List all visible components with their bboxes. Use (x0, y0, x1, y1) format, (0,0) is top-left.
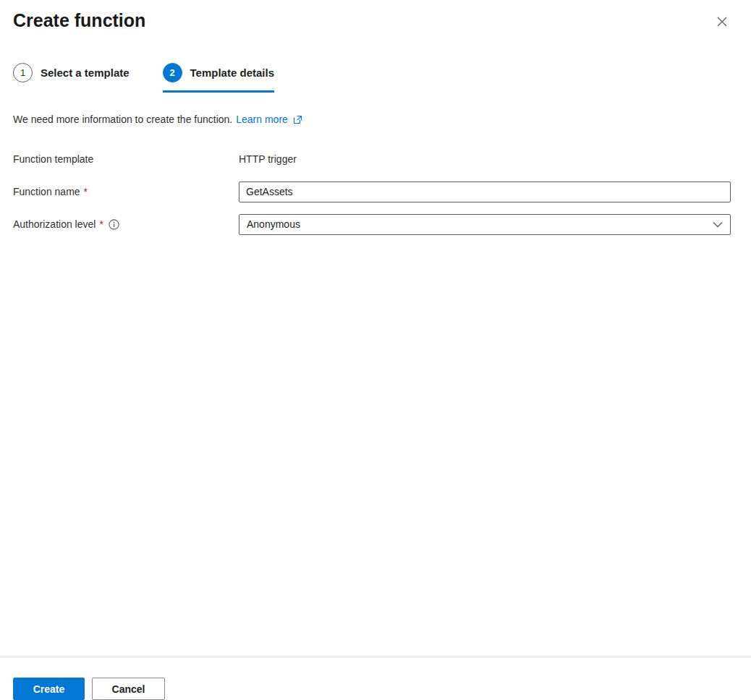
form-row-authorization-level: Authorization level * Anonymous (13, 213, 731, 235)
info-icon[interactable] (109, 219, 119, 230)
function-template-value: HTTP trigger (239, 153, 731, 165)
function-template-label: Function template (13, 153, 239, 165)
authorization-level-select[interactable]: Anonymous (239, 214, 731, 235)
close-icon (716, 19, 728, 30)
create-button[interactable]: Create (13, 678, 85, 700)
step-template-details[interactable]: 2 Template details (163, 63, 274, 93)
step-2-circle: 2 (163, 63, 182, 82)
page-title: Create function (13, 10, 145, 31)
panel-footer: Create Cancel (0, 657, 751, 700)
authorization-level-label: Authorization level * (13, 218, 239, 230)
panel-header: Create function (13, 10, 731, 31)
template-details-form: Function template HTTP trigger Function … (13, 148, 731, 235)
wizard-steps: 1 Select a template 2 Template details (13, 63, 731, 93)
external-link-icon[interactable] (293, 115, 302, 124)
step-select-template[interactable]: 1 Select a template (13, 63, 130, 93)
cancel-button[interactable]: Cancel (92, 678, 165, 700)
authorization-level-value: Anonymous (247, 218, 300, 230)
required-asterisk: * (99, 218, 103, 230)
form-row-function-template: Function template HTTP trigger (13, 148, 731, 170)
close-button[interactable] (713, 13, 731, 30)
required-asterisk: * (84, 186, 88, 197)
info-text: We need more information to create the f… (13, 114, 232, 125)
step-1-label: Select a template (41, 67, 130, 79)
form-row-function-name: Function name * (13, 181, 731, 202)
function-name-input[interactable] (239, 182, 731, 202)
step-2-label: Template details (190, 67, 274, 79)
info-message: We need more information to create the f… (13, 114, 731, 125)
chevron-down-icon (713, 221, 723, 228)
learn-more-link[interactable]: Learn more (236, 114, 288, 125)
function-name-label: Function name * (13, 186, 239, 197)
step-1-circle: 1 (13, 63, 33, 82)
create-function-panel: Create function 1 Select a template 2 Te… (0, 0, 751, 235)
